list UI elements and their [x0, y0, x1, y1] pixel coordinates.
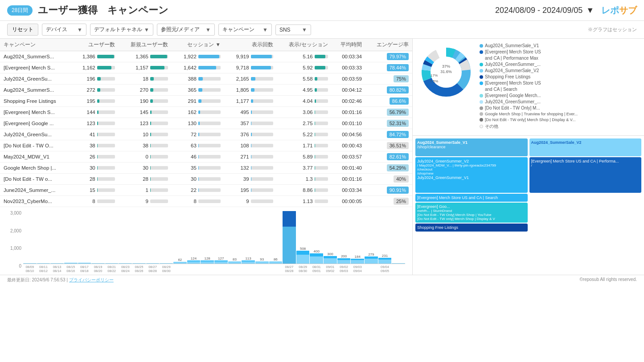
bar-chart-bar [37, 263, 50, 264]
cell-campaign-name: Shopping Free Listings [0, 96, 71, 107]
bar-chart-bar [105, 263, 119, 264]
cell-users: 123 [71, 118, 119, 129]
bar-chart-bar: 184 [351, 255, 364, 264]
date-label2 [269, 269, 283, 273]
cell-users: 196 [71, 73, 119, 85]
table-row[interactable]: [Evergreen] Google ... 123 123 [0, 118, 412, 129]
cell-sessions: 365 [172, 85, 224, 96]
table-row[interactable]: Shopping Free Listings 195 190 [0, 96, 412, 107]
cell-engage-rate: 36.51% [365, 140, 412, 151]
table-row[interactable]: Google Merch Shop |... 30 30 [0, 163, 412, 174]
bar-chart-bar: 200 [337, 254, 351, 264]
hm-do-not-edit: [Evergreen] Goo... mehfh... | StunhDrand… [415, 203, 528, 223]
cell-imp-per-session: 3.77 [277, 163, 332, 174]
cell-new-users: 18 [119, 73, 172, 85]
date-label2: 08/14 [50, 269, 64, 273]
filter-bar: リセット デバイス ▼ デフォルトチャネル ▼ 参照元/メディア ▼ キャンペー… [0, 21, 644, 39]
page-title: ユーザー獲得 キャンペーン [38, 4, 168, 17]
table-row[interactable]: [Evergreen] Merch S... 144 145 [0, 107, 412, 118]
date-range-text: 2024/08/09 - 2024/09/05 [495, 6, 582, 15]
privacy-link[interactable]: プライバシーポリシー [69, 277, 114, 282]
legend-item-11: [Do Not Edit - TW only] Merch Shop | Dis… [480, 118, 578, 122]
legend-item-10: Google Merch Shop | Trueview for shoppin… [480, 112, 578, 116]
cell-new-users: 190 [119, 96, 172, 107]
col-impressions[interactable]: 表示回数 [224, 39, 277, 51]
bar-chart-bar: 128 [201, 256, 214, 264]
col-imp-per-session[interactable]: 表示/セッション [277, 39, 332, 51]
date-label2: 08/26 [132, 269, 146, 273]
table-row[interactable]: [Evergreen] Merch S... 1,162 1,157 [0, 62, 412, 73]
date-label2 [201, 269, 214, 273]
legend-item-6: [Evergreen] Merch Store US [480, 81, 578, 85]
date-label: 08/09 [23, 265, 37, 269]
date-label: 09/04 [378, 265, 392, 269]
date-label: 08/27 [146, 265, 160, 269]
cell-imp-per-session: 5.22 [277, 129, 332, 140]
cell-campaign-name: Nov2023_CyberMo... [0, 196, 71, 207]
cell-impressions: 9,718 [224, 62, 277, 73]
date-labels-row: 08/0908/1108/1308/1508/1708/1908/2108/23… [23, 265, 405, 269]
col-sessions[interactable]: セッション ▼ [172, 39, 224, 51]
right-panel: 37% 31.6% 17% 7.5% Aug2024_SummerSale_V1… [412, 39, 644, 275]
date-label2: 09/01 [310, 269, 323, 273]
cell-imp-per-session: 4.04 [277, 96, 332, 107]
cell-users: 30 [71, 163, 119, 174]
bars-row: 6212412812783113938620505084003002001842… [23, 211, 405, 264]
cell-impressions: 9,919 [224, 51, 277, 62]
date-label2 [173, 269, 187, 273]
cell-users: 144 [71, 107, 119, 118]
col-new-users[interactable]: 新規ユーザー数 [119, 39, 172, 51]
cell-sessions: 1,642 [172, 62, 224, 73]
bar-chart-inner: 6212412812783113938620505084003002001842… [23, 211, 405, 273]
heatmap-row-1: Aug2024_SummerSale_V1 /shop/clearance Ju… [415, 138, 641, 232]
date-label2 [214, 269, 228, 273]
campaign-filter[interactable]: キャンペーン ▼ [218, 24, 272, 36]
table-row[interactable]: June2024_Summer_... 15 1 [0, 185, 412, 196]
date-label2: 08/28 [283, 269, 296, 273]
col-avg-time[interactable]: 平均時間 [332, 39, 365, 51]
col-campaign[interactable]: キャンペーン [0, 39, 71, 51]
legend-item-1: Aug2024_SummerSale_V1 [480, 43, 578, 48]
cell-sessions: 1,922 [172, 51, 224, 62]
legend-item-5: Shopping Free Listings [480, 74, 578, 79]
device-filter[interactable]: デバイス ▼ [42, 24, 86, 36]
bar-chart-bar: 300 [324, 252, 337, 264]
date-label: 08/27 [283, 265, 296, 269]
cell-campaign-name: July2024_GreenSu... [0, 73, 71, 85]
device-filter-arrow: ▼ [77, 27, 82, 33]
table-row[interactable]: [Do Not Edit - TW o... 28 28 [0, 174, 412, 185]
date-label: 08/17 [78, 265, 91, 269]
bar-chart-bar: 113 [242, 256, 255, 264]
date-label2: 09/03 [337, 269, 351, 273]
cell-avg-time: 00:04:56 [332, 129, 365, 140]
col-users[interactable]: ユーザー数 [71, 39, 119, 51]
table-row[interactable]: [Do Not Edit - TW O... 38 38 [0, 140, 412, 151]
cell-users: 28 [71, 174, 119, 185]
cell-engage-rate: 40% [365, 174, 412, 185]
table-row[interactable]: Nov2023_CyberMo... 8 9 [0, 196, 412, 207]
table-row[interactable]: May2024_MDW_V1 26 0 [0, 151, 412, 163]
cell-impressions: 1,177 [224, 96, 277, 107]
bar-chart-bar [64, 263, 78, 264]
cell-engage-rate: 52.31% [365, 118, 412, 129]
col-engage[interactable]: エンゲージ率 [365, 39, 412, 51]
date-label: 08/19 [91, 265, 105, 269]
cell-engage-rate: 25% [365, 196, 412, 207]
hm-shopping-free: Shopping Free Listings [415, 224, 528, 232]
table-row[interactable]: July2024_GreenSu... 41 10 [0, 129, 412, 140]
table-row[interactable]: Aug2024_SummerS... 1,386 1,365 [0, 51, 412, 62]
cell-new-users: 9 [119, 196, 172, 207]
date-dropdown-arrow[interactable]: ▼ [586, 6, 594, 15]
cell-sessions: 162 [172, 107, 224, 118]
source-filter[interactable]: 参照元/メディア ▼ [157, 24, 215, 36]
svg-text:17%: 17% [431, 73, 438, 77]
channel-filter[interactable]: デフォルトチャネル ▼ [90, 24, 153, 36]
reset-button[interactable]: リセット [7, 24, 38, 36]
date-label [255, 265, 269, 269]
cell-avg-time: 00:01:16 [332, 174, 365, 185]
table-row[interactable]: July2024_GreenSu... 196 18 [0, 73, 412, 85]
sns-filter[interactable]: SNS ▼ [275, 24, 311, 35]
cell-new-users: 1,157 [119, 62, 172, 73]
table-row[interactable]: Aug2024_SummerS... 272 270 [0, 85, 412, 96]
bar-chart-section: 3,000 2,000 1,000 0 62124128127831139386… [0, 207, 412, 275]
